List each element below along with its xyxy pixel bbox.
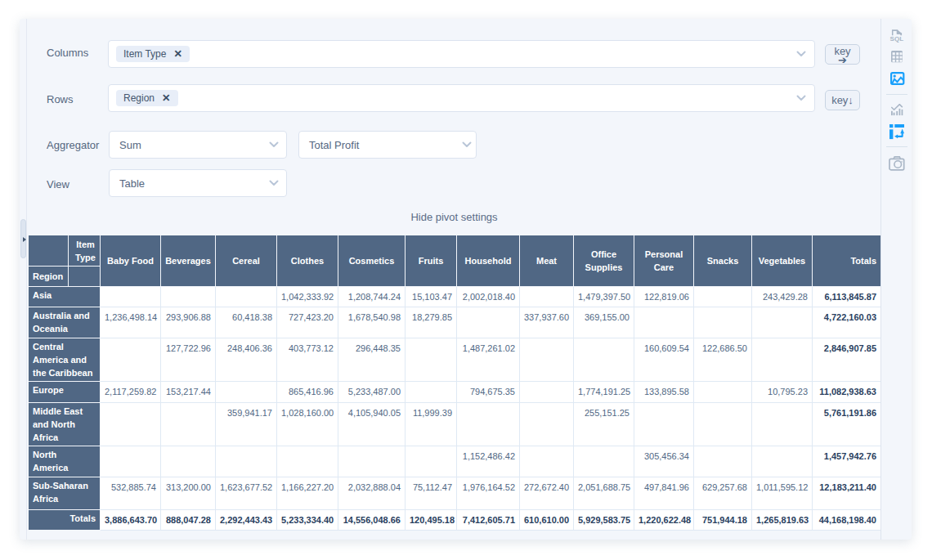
svg-text:SQL: SQL	[889, 35, 903, 43]
